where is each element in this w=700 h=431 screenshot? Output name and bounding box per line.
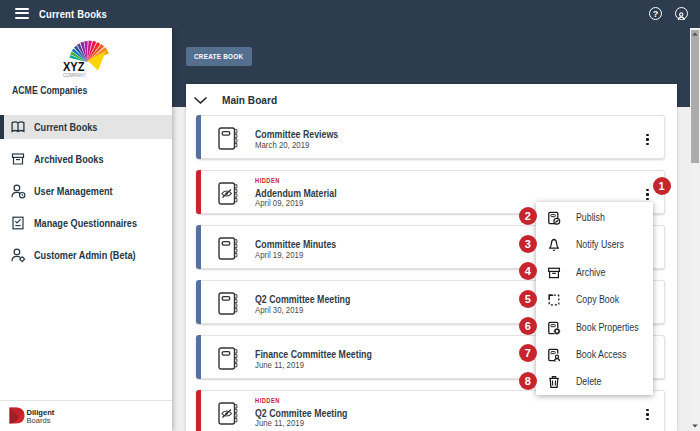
svg-text:COMPANY: COMPANY xyxy=(63,71,86,78)
